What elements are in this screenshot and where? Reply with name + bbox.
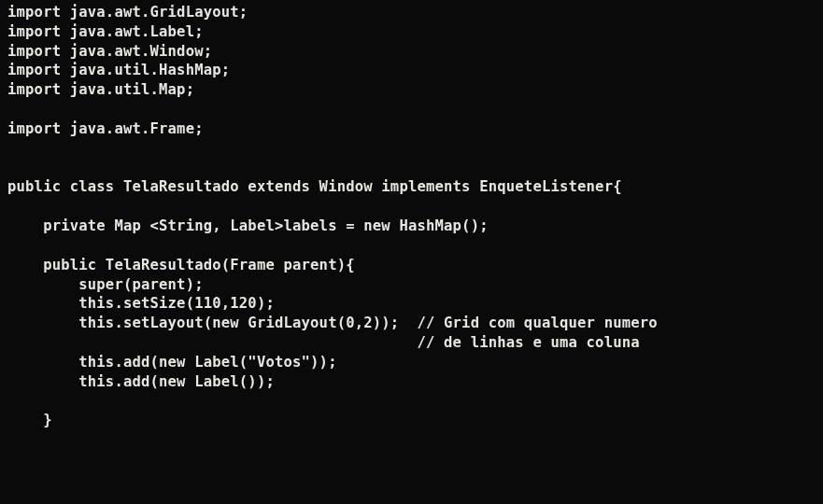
code-block: import java.awt.GridLayout; import java.… bbox=[0, 0, 823, 439]
code-content: import java.awt.GridLayout; import java.… bbox=[7, 4, 658, 428]
